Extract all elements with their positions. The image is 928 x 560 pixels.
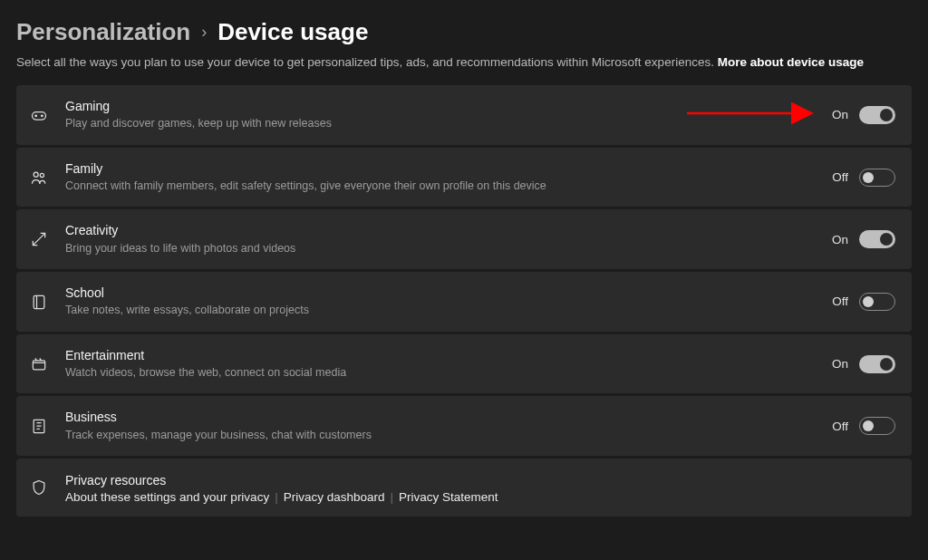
chevron-right-icon: › bbox=[201, 23, 207, 42]
privacy-link-statement[interactable]: Privacy Statement bbox=[399, 490, 498, 504]
creativity-icon bbox=[29, 229, 49, 249]
setting-title: School bbox=[65, 285, 832, 301]
toggle-state-label: On bbox=[832, 108, 848, 121]
page-description: Select all the ways you plan to use your… bbox=[16, 55, 912, 69]
shield-icon bbox=[29, 478, 49, 497]
toggle-state-label: On bbox=[832, 357, 848, 371]
setting-desc: Play and discover games, keep up with ne… bbox=[65, 116, 832, 132]
page-title: Device usage bbox=[218, 18, 368, 46]
creativity-toggle[interactable] bbox=[859, 230, 895, 248]
toggle-state-label: Off bbox=[832, 420, 848, 433]
setting-title: Family bbox=[65, 160, 832, 177]
school-toggle[interactable] bbox=[859, 293, 895, 311]
svg-rect-7 bbox=[33, 360, 44, 369]
breadcrumb-parent[interactable]: Personalization bbox=[16, 18, 190, 46]
school-icon bbox=[29, 292, 49, 312]
svg-point-2 bbox=[42, 115, 44, 117]
more-about-link[interactable]: More about device usage bbox=[718, 55, 864, 69]
setting-desc: Connect with family members, edit safety… bbox=[65, 179, 832, 195]
family-toggle[interactable] bbox=[859, 169, 895, 187]
svg-point-5 bbox=[40, 173, 44, 177]
privacy-link-dashboard[interactable]: Privacy dashboard bbox=[284, 490, 385, 504]
business-toggle[interactable] bbox=[859, 417, 895, 435]
page-description-text: Select all the ways you plan to use your… bbox=[16, 55, 718, 69]
settings-list: Gaming Play and discover games, keep up … bbox=[16, 85, 912, 517]
toggle-state-label: Off bbox=[832, 294, 848, 308]
family-icon bbox=[29, 168, 49, 188]
setting-desc: Track expenses, manage your business, ch… bbox=[65, 428, 832, 444]
setting-title: Business bbox=[65, 409, 832, 425]
business-icon bbox=[29, 416, 49, 436]
privacy-links: About these settings and your privacy|Pr… bbox=[65, 490, 895, 504]
toggle-state-label: On bbox=[832, 233, 848, 246]
setting-title: Privacy resources bbox=[65, 472, 895, 488]
entertainment-toggle[interactable] bbox=[859, 355, 895, 373]
svg-point-1 bbox=[35, 115, 37, 117]
setting-title: Entertainment bbox=[65, 347, 832, 363]
privacy-resources-row: Privacy resources About these settings a… bbox=[16, 459, 912, 517]
setting-title: Gaming bbox=[65, 98, 832, 114]
svg-rect-0 bbox=[33, 112, 46, 120]
setting-title: Creativity bbox=[65, 222, 832, 238]
setting-desc: Take notes, write essays, collaborate on… bbox=[65, 303, 832, 319]
setting-row-school: School Take notes, write essays, collabo… bbox=[16, 272, 912, 332]
setting-row-creativity: Creativity Bring your ideas to life with… bbox=[16, 209, 912, 269]
privacy-link-about[interactable]: About these settings and your privacy bbox=[65, 490, 269, 504]
svg-point-4 bbox=[34, 172, 38, 177]
setting-row-business: Business Track expenses, manage your bus… bbox=[16, 396, 912, 456]
setting-row-gaming: Gaming Play and discover games, keep up … bbox=[16, 85, 912, 145]
setting-desc: Bring your ideas to life with photos and… bbox=[65, 241, 832, 257]
gaming-toggle[interactable] bbox=[859, 106, 895, 124]
gaming-icon bbox=[29, 105, 49, 125]
entertainment-icon bbox=[29, 354, 49, 374]
setting-row-family: Family Connect with family members, edit… bbox=[16, 148, 912, 208]
svg-rect-6 bbox=[34, 295, 44, 308]
setting-row-entertainment: Entertainment Watch videos, browse the w… bbox=[16, 334, 912, 394]
toggle-state-label: Off bbox=[832, 170, 848, 184]
breadcrumb: Personalization › Device usage bbox=[16, 18, 912, 46]
setting-desc: Watch videos, browse the web, connect on… bbox=[65, 365, 832, 381]
